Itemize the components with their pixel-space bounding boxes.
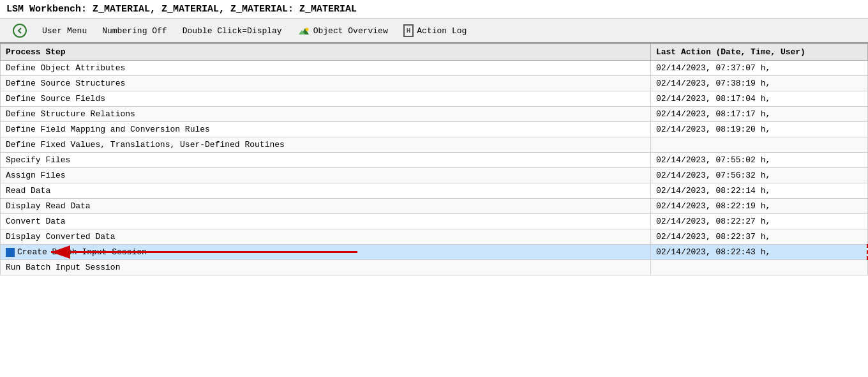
back-icon xyxy=(13,24,27,38)
numbering-off-label: Numbering Off xyxy=(102,26,167,36)
last-action-cell: 02/14/2023, 08:22:19 h, xyxy=(650,199,867,214)
object-overview-label: Object Overview xyxy=(313,26,388,36)
table-row[interactable]: Specify Files02/14/2023, 07:55:02 h, xyxy=(1,153,868,168)
process-step-cell: Display Converted Data xyxy=(1,229,651,245)
action-log-button[interactable]: H Action Log xyxy=(396,22,475,39)
table-row[interactable]: Define Field Mapping and Conversion Rule… xyxy=(1,122,868,137)
last-action-cell: 02/14/2023, 08:22:43 h, xyxy=(650,245,867,260)
numbering-off-button[interactable]: Numbering Off xyxy=(94,24,174,38)
action-log-icon: H xyxy=(403,24,414,37)
last-action-cell: 02/14/2023, 08:22:37 h, xyxy=(650,229,867,245)
table-container: Process Step Last Action (Date, Time, Us… xyxy=(0,43,868,275)
last-action-cell: 02/14/2023, 07:55:02 h, xyxy=(650,153,867,168)
action-log-label: Action Log xyxy=(417,26,467,36)
table-row[interactable]: Read Data02/14/2023, 08:22:14 h, xyxy=(1,183,868,199)
double-click-display-button[interactable]: Double Click=Display xyxy=(175,24,290,38)
process-step-cell: Define Field Mapping and Conversion Rule… xyxy=(1,122,651,137)
last-action-cell xyxy=(650,137,867,153)
process-step-cell: Define Structure Relations xyxy=(1,107,651,122)
process-step-cell: Read Data xyxy=(1,183,651,199)
process-step-cell: Assign Files xyxy=(1,168,651,183)
process-table: Process Step Last Action (Date, Time, Us… xyxy=(0,43,868,275)
mountain-icon xyxy=(297,26,310,36)
process-step-cell: Define Fixed Values, Translations, User-… xyxy=(1,137,651,153)
process-step-cell: Create Batch Input Session xyxy=(1,245,651,260)
table-row[interactable]: Display Converted Data02/14/2023, 08:22:… xyxy=(1,229,868,245)
table-row[interactable]: Define Source Fields02/14/2023, 08:17:04… xyxy=(1,91,868,107)
toolbar: User Menu Numbering Off Double Click=Dis… xyxy=(0,19,868,43)
table-row[interactable]: Define Structure Relations02/14/2023, 08… xyxy=(1,107,868,122)
table-row[interactable]: Convert Data02/14/2023, 08:22:27 h, xyxy=(1,214,868,229)
table-row[interactable]: Assign Files02/14/2023, 07:56:32 h, xyxy=(1,168,868,183)
title-bar: LSM Workbench: Z_MATERIAL, Z_MATERIAL, Z… xyxy=(0,0,868,19)
process-step-cell: Convert Data xyxy=(1,214,651,229)
svg-point-2 xyxy=(305,28,308,31)
last-action-cell: 02/14/2023, 08:22:27 h, xyxy=(650,214,867,229)
process-step-cell: Define Source Fields xyxy=(1,91,651,107)
process-step-cell: Display Read Data xyxy=(1,199,651,214)
table-row[interactable]: Define Source Structures02/14/2023, 07:3… xyxy=(1,76,868,91)
table-row[interactable]: Display Read Data02/14/2023, 08:22:19 h, xyxy=(1,199,868,214)
user-menu-label: User Menu xyxy=(42,26,87,36)
last-action-cell xyxy=(650,260,867,275)
double-click-label: Double Click=Display xyxy=(183,26,282,36)
table-row[interactable]: Define Object Attributes02/14/2023, 07:3… xyxy=(1,61,868,76)
page-title: LSM Workbench: Z_MATERIAL, Z_MATERIAL, Z… xyxy=(6,4,357,15)
last-action-cell: 02/14/2023, 08:22:14 h, xyxy=(650,183,867,199)
process-step-cell: Run Batch Input Session xyxy=(1,260,651,275)
process-step-cell: Specify Files xyxy=(1,153,651,168)
table-body: Define Object Attributes02/14/2023, 07:3… xyxy=(1,61,868,275)
last-action-cell: 02/14/2023, 08:17:04 h, xyxy=(650,91,867,107)
col-process-step: Process Step xyxy=(1,44,651,61)
table-row[interactable]: Run Batch Input Session xyxy=(1,260,868,275)
back-button[interactable] xyxy=(5,22,34,40)
last-action-cell: 02/14/2023, 08:17:17 h, xyxy=(650,107,867,122)
last-action-cell: 02/14/2023, 07:38:19 h, xyxy=(650,76,867,91)
last-action-cell: 02/14/2023, 07:37:07 h, xyxy=(650,61,867,76)
selection-indicator xyxy=(6,248,15,257)
last-action-cell: 02/14/2023, 07:56:32 h, xyxy=(650,168,867,183)
process-step-cell: Define Source Structures xyxy=(1,76,651,91)
table-row[interactable]: Create Batch Input Session02/14/2023, 08… xyxy=(1,245,868,260)
table-row[interactable]: Define Fixed Values, Translations, User-… xyxy=(1,137,868,153)
col-last-action: Last Action (Date, Time, User) xyxy=(650,44,867,61)
user-menu-button[interactable]: User Menu xyxy=(34,24,94,38)
last-action-cell: 02/14/2023, 08:19:20 h, xyxy=(650,122,867,137)
process-step-cell: Define Object Attributes xyxy=(1,61,651,76)
object-overview-button[interactable]: Object Overview xyxy=(290,24,396,38)
